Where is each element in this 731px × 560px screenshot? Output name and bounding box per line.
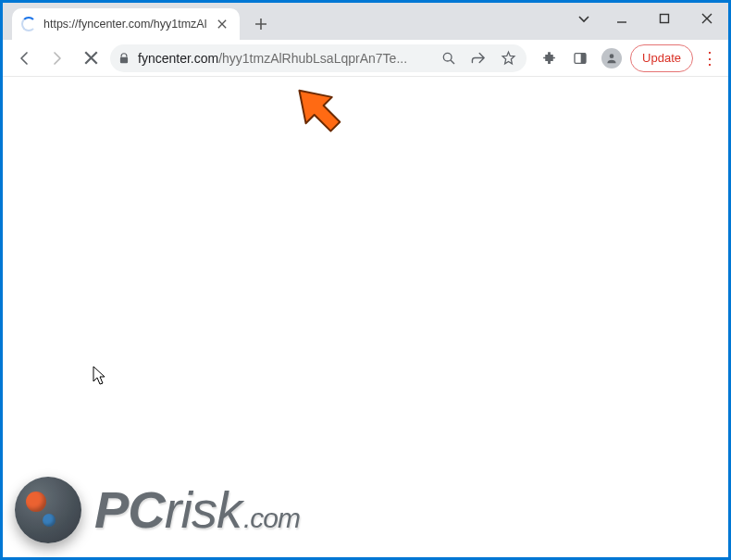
side-panel-icon[interactable] bbox=[567, 45, 593, 71]
page-content bbox=[3, 77, 728, 557]
svg-rect-0 bbox=[661, 15, 669, 23]
svg-point-2 bbox=[443, 53, 452, 61]
extensions-icon[interactable] bbox=[536, 45, 562, 71]
avatar-icon bbox=[601, 48, 622, 68]
url-host: fyncenter.com bbox=[138, 51, 218, 66]
loading-spinner-icon bbox=[21, 17, 36, 31]
window-maximize-button[interactable] bbox=[643, 3, 686, 34]
zoom-icon[interactable] bbox=[438, 47, 460, 69]
tab-search-button[interactable] bbox=[567, 3, 601, 34]
update-button[interactable]: Update bbox=[630, 44, 693, 72]
url-path: /hyy1tmzAlRhubLsaLqprAn7Te... bbox=[218, 51, 407, 66]
tab-close-button[interactable] bbox=[214, 16, 230, 32]
tab-title: https://fyncenter.com/hyy1tmzAl bbox=[43, 18, 206, 31]
window-controls bbox=[567, 3, 728, 34]
bookmark-star-icon[interactable] bbox=[497, 47, 519, 69]
address-bar[interactable]: fyncenter.com/hyy1tmzAlRhubLsaLqprAn7Te.… bbox=[110, 44, 527, 72]
svg-rect-4 bbox=[581, 53, 586, 63]
window-minimize-button[interactable] bbox=[601, 3, 643, 34]
window-close-button[interactable] bbox=[686, 3, 728, 34]
tab-strip: https://fyncenter.com/hyy1tmzAl bbox=[3, 3, 728, 40]
omnibox-actions bbox=[438, 47, 519, 69]
url-text: fyncenter.com/hyy1tmzAlRhubLsaLqprAn7Te.… bbox=[138, 51, 430, 66]
toolbar-right: Update ⋮ bbox=[536, 44, 721, 72]
browser-tab[interactable]: https://fyncenter.com/hyy1tmzAl bbox=[12, 8, 240, 40]
lock-icon[interactable] bbox=[118, 52, 130, 65]
new-tab-button[interactable] bbox=[247, 10, 275, 38]
menu-button[interactable]: ⋮ bbox=[699, 48, 721, 68]
svg-point-5 bbox=[610, 54, 614, 58]
profile-avatar[interactable] bbox=[599, 45, 625, 71]
back-button[interactable] bbox=[10, 44, 38, 72]
svg-rect-1 bbox=[120, 56, 128, 62]
stop-reload-button[interactable] bbox=[77, 44, 105, 72]
browser-toolbar: fyncenter.com/hyy1tmzAlRhubLsaLqprAn7Te.… bbox=[3, 40, 728, 77]
share-icon[interactable] bbox=[467, 47, 489, 69]
forward-button[interactable] bbox=[43, 44, 71, 72]
browser-window: https://fyncenter.com/hyy1tmzAl bbox=[3, 3, 728, 557]
update-label: Update bbox=[642, 51, 681, 65]
